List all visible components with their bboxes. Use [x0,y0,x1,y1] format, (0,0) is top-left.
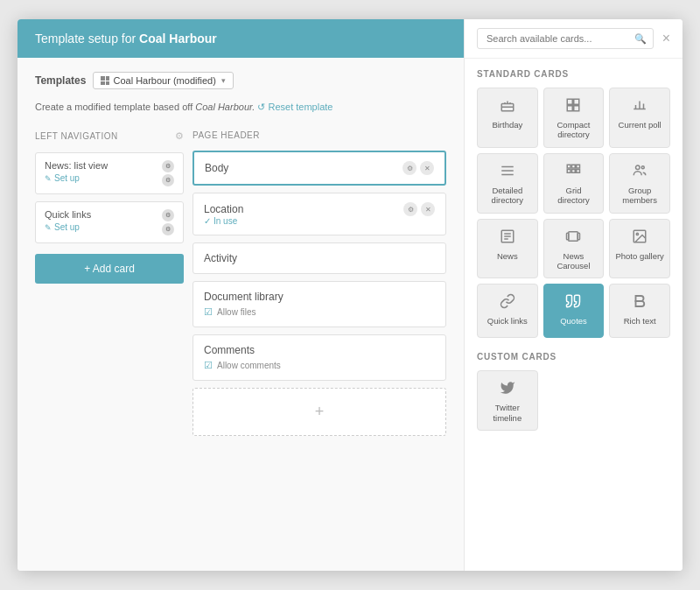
card-tile-news-label: News [497,251,518,261]
search-icon: 🔍 [634,33,647,45]
nav-card-news-subtitle[interactable]: Set up [45,173,108,183]
card-tile-detailed-directory[interactable]: Detailed directory [477,153,538,214]
svg-rect-3 [568,106,573,111]
nav-card-quicklinks-up[interactable]: ⚙ [162,209,174,221]
location-card: Location ⚙ ✕ In use [192,193,446,235]
svg-rect-1 [568,99,573,104]
card-tile-quick-links-label: Quick links [487,316,528,326]
card-tile-current-poll-label: Current poll [619,120,662,130]
card-tile-quotes[interactable]: Quotes [543,284,605,338]
activity-card: Activity [192,242,446,274]
nav-card-news-title: News: list view [45,160,108,171]
plus-card[interactable]: + [192,388,446,436]
card-tile-quick-links[interactable]: Quick links [477,284,538,338]
photo-icon [632,228,648,247]
card-tile-news-carousel-label: News Carousel [550,251,598,271]
svg-rect-25 [567,233,569,240]
card-tile-birthday[interactable]: Birthday [477,88,538,148]
reset-template-link[interactable]: ↺ Reset template [257,102,332,112]
right-panel-header: 🔍 × [465,19,682,59]
svg-point-18 [636,165,640,170]
card-tile-detailed-directory-label: Detailed directory [483,186,532,206]
card-tile-news-carousel[interactable]: News Carousel [543,219,605,279]
list-icon [500,163,515,181]
allow-comments-row: ☑ Allow comments [204,360,435,371]
nav-card-quicklinks-controls: ⚙ ⚙ [162,209,174,235]
compact-directory-icon [565,97,581,116]
allow-files-label: Allow files [217,307,256,317]
card-tile-group-members[interactable]: Group members [609,153,670,214]
nav-card-quicklinks-subtitle[interactable]: Set up [45,222,91,232]
svg-rect-2 [574,99,579,104]
page-header-label: Page header [192,127,446,144]
card-tile-twitter-label: Twitter timeline [483,403,532,423]
content-grid: Left navigation ⚙ News: list view Set u [35,127,446,436]
right-panel: 🔍 × STANDARD CARDS [464,19,682,571]
add-card-button[interactable]: + Add card [35,254,184,284]
template-badge[interactable]: Coal Harbour (modified) ▾ [93,72,233,89]
svg-point-19 [641,166,644,169]
body-card-ctrl1[interactable]: ⚙ [402,161,416,175]
standard-cards-heading: STANDARD CARDS [477,69,670,79]
nav-card-news-up[interactable]: ⚙ [162,160,174,172]
poll-icon [632,97,648,116]
nav-card-quicklinks-title: Quick links [45,209,91,220]
svg-rect-24 [569,231,578,241]
left-nav-header: Left navigation ⚙ [35,127,184,145]
svg-rect-15 [568,169,571,172]
bold-icon [632,293,648,312]
svg-rect-17 [577,169,580,172]
card-tile-birthday-label: Birthday [492,120,522,130]
card-tile-current-poll[interactable]: Current poll [609,88,670,148]
custom-cards-heading: CUSTOM CARDS [477,352,670,362]
nav-card-news: News: list view Set up ⚙ ⚙ [35,152,184,194]
templates-row: Templates Coal Harbour (modified) ▾ [35,72,446,89]
body-card: Body ⚙ ✕ [192,151,446,186]
location-card-ctrl2[interactable]: ✕ [421,202,435,216]
header-title-name: Coal Harbour [139,32,217,46]
people-icon [632,163,648,181]
location-card-label: Location [204,203,243,215]
info-text: Create a modified template based off Coa… [35,102,446,113]
activity-card-label: Activity [204,252,237,264]
left-nav-col: Left navigation ⚙ News: list view Set u [35,127,184,436]
card-tile-twitter[interactable]: Twitter timeline [477,370,538,431]
allow-files-checkbox-icon[interactable]: ☑ [204,306,213,318]
document-library-label: Document library [204,291,284,303]
card-tile-group-members-label: Group members [615,186,664,206]
carousel-icon [565,228,581,247]
card-tile-news[interactable]: News [477,219,538,279]
svg-point-28 [636,233,638,235]
card-tile-compact-directory[interactable]: Compact directory [543,88,605,148]
panel-body: Templates Coal Harbour (modified) ▾ Crea… [18,58,464,571]
custom-cards-grid: Twitter timeline [477,370,670,431]
search-input[interactable] [477,28,654,49]
card-tile-grid-directory[interactable]: Grid directory [543,153,605,214]
allow-files-row: ☑ Allow files [204,306,435,318]
main-container: Template setup for Coal Harbour Template… [18,19,682,571]
nav-card-quicklinks: Quick links Set up ⚙ ⚙ [35,201,184,243]
allow-comments-checkbox-icon[interactable]: ☑ [204,360,213,371]
comments-label: Comments [204,344,255,356]
card-tile-compact-directory-label: Compact directory [550,120,598,140]
svg-rect-13 [572,165,576,168]
body-card-ctrl2[interactable]: ✕ [420,161,434,175]
svg-rect-4 [574,106,579,111]
close-button[interactable]: × [662,31,670,46]
nav-card-news-controls: ⚙ ⚙ [162,160,174,186]
card-tile-grid-directory-label: Grid directory [550,186,598,206]
twitter-icon [500,380,515,398]
location-card-ctrl1[interactable]: ⚙ [403,202,417,216]
card-tile-photo-gallery[interactable]: Photo gallery [609,219,670,279]
nav-card-news-down[interactable]: ⚙ [162,174,174,186]
template-grid-icon [101,76,109,85]
header-title-prefix: Template setup for [35,32,136,46]
svg-rect-16 [572,169,576,172]
card-tile-rich-text[interactable]: Rich text [609,284,670,338]
nav-card-quicklinks-down[interactable]: ⚙ [162,223,174,235]
quote-icon [565,293,581,312]
standard-cards-grid: Birthday Compact directory [477,88,670,338]
location-in-use: In use [204,216,435,226]
news-icon [500,228,515,247]
link-icon [500,293,515,312]
